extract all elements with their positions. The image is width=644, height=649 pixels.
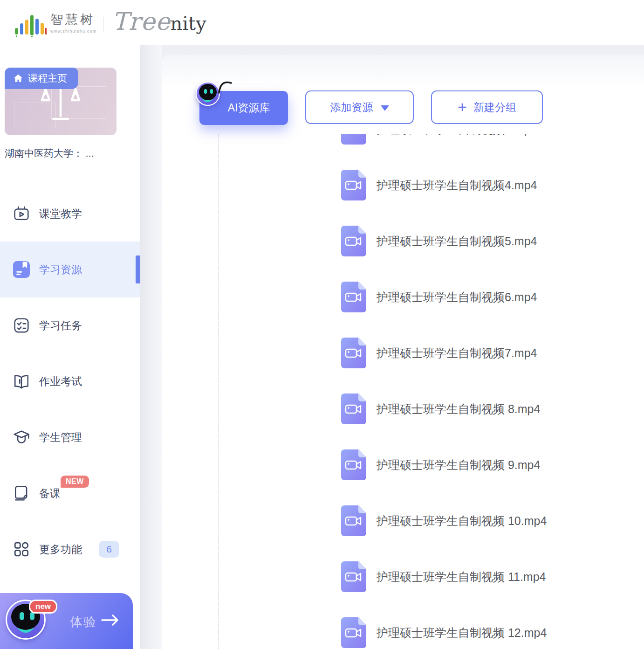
video-file-icon bbox=[341, 617, 366, 648]
sidebar-item-label: 学生管理 bbox=[39, 430, 82, 445]
video-file-icon bbox=[341, 226, 366, 256]
video-file-icon bbox=[341, 449, 366, 480]
add-resource-label: 添加资源 bbox=[330, 100, 373, 115]
resource-row[interactable]: 护理硕士班学生自制视频 9.mp4 bbox=[162, 437, 644, 493]
resource-row[interactable]: 护理硕士班学生自制视频4.mp4 bbox=[162, 157, 644, 213]
main-card: AI资源库 添加资源 + 新建分组 bbox=[162, 55, 644, 649]
home-icon bbox=[13, 73, 23, 83]
app-header: 智慧树 www.zhihuishu.com Treenity bbox=[0, 0, 644, 45]
resource-list: 护理硕士班学生自制视频3.mp4 护理硕士班学生自制视频4.mp4 bbox=[162, 134, 644, 649]
course-home-badge[interactable]: 课程主页 bbox=[5, 68, 78, 89]
resource-row[interactable]: 护理硕士班学生自制视频3.mp4 bbox=[162, 134, 644, 157]
graduation-cap-icon bbox=[13, 429, 30, 446]
layout-gap bbox=[140, 45, 162, 649]
promo-try-label: 体验 bbox=[70, 614, 97, 630]
ai-library-label: AI资源库 bbox=[228, 101, 270, 115]
resource-row[interactable]: 护理硕士班学生自制视频 10.mp4 bbox=[162, 493, 644, 549]
sidebar-item-label: 课堂教学 bbox=[39, 207, 82, 221]
brand-zh: 智慧树 bbox=[50, 11, 96, 28]
sidebar-item-label: 更多功能 bbox=[39, 542, 82, 557]
file-name: 护理硕士班学生自制视频 9.mp4 bbox=[377, 457, 540, 473]
robot-antenna bbox=[217, 79, 233, 94]
brand-domain: www.zhihuishu.com bbox=[50, 29, 96, 34]
add-resource-button[interactable]: 添加资源 bbox=[305, 90, 414, 124]
file-name: 护理硕士班学生自制视频5.mp4 bbox=[377, 234, 537, 249]
sidebar: 课程主页 湖南中医药大学： ... 课堂教学 bbox=[0, 45, 140, 649]
tv-play-icon bbox=[13, 205, 30, 222]
file-name: 护理硕士班学生自制视频4.mp4 bbox=[377, 178, 537, 193]
file-name: 护理硕士班学生自制视频 8.mp4 bbox=[377, 401, 540, 417]
course-home-label: 课程主页 bbox=[28, 72, 67, 85]
course-card[interactable]: 课程主页 bbox=[5, 68, 116, 135]
open-book-icon bbox=[13, 373, 30, 390]
brand-logo: 智慧树 www.zhihuishu.com Treenity bbox=[14, 7, 206, 37]
chevron-down-icon bbox=[381, 105, 389, 111]
selected-indicator bbox=[136, 255, 140, 283]
arrow-right-icon bbox=[101, 614, 120, 627]
new-group-button[interactable]: + 新建分组 bbox=[431, 90, 543, 124]
ai-assistant-promo[interactable]: new 体验 bbox=[0, 593, 133, 649]
sidebar-item-learning-tasks[interactable]: 学习任务 bbox=[0, 297, 140, 353]
new-group-label: 新建分组 bbox=[473, 100, 516, 115]
sidebar-item-label: 备课 bbox=[39, 486, 61, 501]
video-file-icon bbox=[341, 505, 366, 536]
sidebar-item-lesson-prep[interactable]: 备课 NEW bbox=[0, 465, 140, 521]
sidebar-item-label: 学习任务 bbox=[39, 318, 82, 333]
file-name: 护理硕士班学生自制视频3.mp4 bbox=[377, 134, 537, 137]
resource-row[interactable]: 护理硕士班学生自制视频7.mp4 bbox=[162, 325, 644, 381]
checklist-icon bbox=[13, 317, 30, 334]
resource-row[interactable]: 护理硕士班学生自制视频 8.mp4 bbox=[162, 381, 644, 437]
video-file-icon bbox=[341, 282, 366, 312]
file-name: 护理硕士班学生自制视频 12.mp4 bbox=[377, 625, 547, 641]
apps-grid-icon bbox=[13, 541, 30, 558]
file-name: 护理硕士班学生自制视频 11.mp4 bbox=[377, 569, 546, 585]
sidebar-item-label: 作业考试 bbox=[39, 374, 82, 389]
resource-row[interactable]: 护理硕士班学生自制视频 12.mp4 bbox=[162, 605, 644, 649]
promo-new-badge: new bbox=[29, 600, 57, 614]
sidebar-item-student-management[interactable]: 学生管理 bbox=[0, 409, 140, 465]
brand-en: Treenity bbox=[112, 7, 206, 35]
resource-row[interactable]: 护理硕士班学生自制视频 11.mp4 bbox=[162, 549, 644, 605]
sidebar-item-more-features[interactable]: 更多功能 6 bbox=[0, 521, 140, 577]
notebook-icon bbox=[13, 485, 30, 502]
video-file-icon bbox=[341, 394, 366, 424]
sidebar-item-homework-exams[interactable]: 作业考试 bbox=[0, 353, 140, 409]
app: 智慧树 www.zhihuishu.com Treenity bbox=[0, 0, 644, 649]
course-name: 湖南中医药大学： ... bbox=[5, 147, 137, 160]
video-file-icon bbox=[341, 134, 366, 145]
sidebar-item-classroom-teaching[interactable]: 课堂教学 bbox=[0, 186, 140, 242]
zhihuishu-tree-icon bbox=[14, 10, 47, 37]
feature-count-badge: 6 bbox=[99, 541, 119, 558]
file-name: 护理硕士班学生自制视频6.mp4 bbox=[377, 290, 537, 305]
book-bookmark-icon bbox=[13, 261, 30, 278]
file-name: 护理硕士班学生自制视频7.mp4 bbox=[377, 345, 537, 361]
file-name: 护理硕士班学生自制视频 10.mp4 bbox=[377, 513, 547, 529]
sidebar-item-label: 学习资源 bbox=[39, 262, 82, 277]
sidebar-item-learning-resources[interactable]: 学习资源 bbox=[0, 242, 140, 297]
video-file-icon bbox=[341, 561, 366, 592]
video-file-icon bbox=[341, 338, 366, 368]
logo-divider bbox=[103, 17, 103, 32]
resource-row[interactable]: 护理硕士班学生自制视频5.mp4 bbox=[162, 213, 644, 269]
new-badge: NEW bbox=[61, 476, 89, 488]
video-file-icon bbox=[341, 170, 366, 200]
ai-resource-library-button[interactable]: AI资源库 bbox=[199, 91, 288, 125]
group-dashed-guide bbox=[218, 134, 219, 649]
resource-row[interactable]: 护理硕士班学生自制视频6.mp4 bbox=[162, 269, 644, 325]
